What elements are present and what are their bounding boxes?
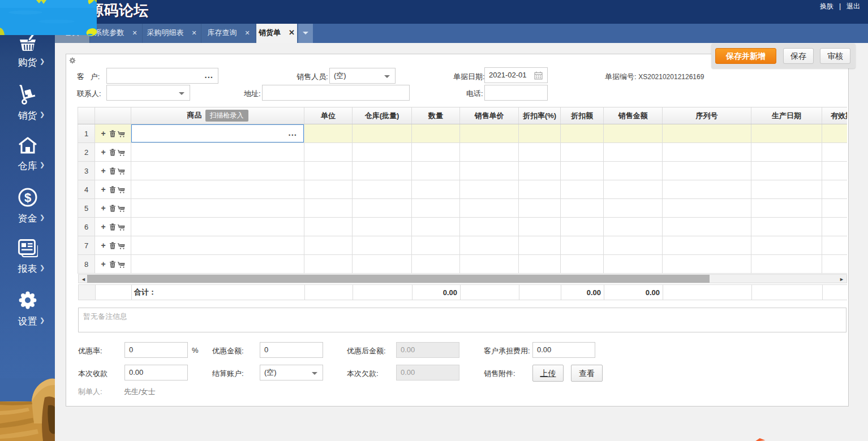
svg-text:$: $ [24, 191, 31, 205]
